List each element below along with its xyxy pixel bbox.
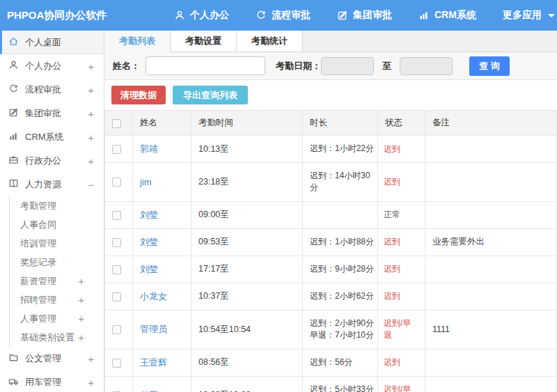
expand-icon: +: [88, 155, 94, 167]
row-checkbox[interactable]: [112, 145, 121, 154]
nav-group-approval[interactable]: 集团审批: [337, 9, 392, 22]
employee-name-link[interactable]: 刘莹: [140, 210, 158, 220]
submenu-item-attendance[interactable]: 考勤管理: [10, 196, 84, 215]
hr-submenu: 考勤管理 人事合同 培训管理 奖惩记录 薪资管理+ 招聘管理+ 人事管理+ 基础…: [9, 196, 104, 347]
top-navigation: 个人办公 流程审批 集团审批 CRM系统 更多应用: [174, 9, 557, 22]
process-icon: [256, 10, 267, 21]
row-checkbox[interactable]: [112, 359, 121, 368]
expand-icon: +: [88, 132, 94, 143]
submenu-item-base-category[interactable]: 基础类别设置+: [10, 328, 84, 347]
duration-text: 迟到：2小时62分: [303, 283, 378, 310]
table-header-row: 姓名 考勤时间 时长 状态 备注: [105, 111, 557, 136]
col-status: 状态: [378, 111, 425, 136]
status-text: 正常: [384, 210, 400, 219]
table-row: 王壹辉 08:56至 迟到：56分 迟到: [105, 349, 557, 376]
duration-text: 迟到：2小时90分 早退：7小时10分: [303, 310, 378, 349]
submenu-item-rewards[interactable]: 奖惩记录: [10, 253, 84, 272]
tab-attendance-stats[interactable]: 考勤统计: [237, 31, 303, 52]
submenu-item-training[interactable]: 培训管理: [10, 234, 84, 253]
sidebar-item-hr[interactable]: 人力资源 −: [0, 173, 104, 196]
tab-attendance-list[interactable]: 考勤列表: [104, 31, 171, 52]
nav-more-apps[interactable]: 更多应用: [503, 9, 555, 22]
status-text: 迟到: [384, 144, 400, 154]
row-checkbox[interactable]: [112, 178, 121, 187]
submenu-label: 人事合同: [20, 219, 84, 231]
sidebar-item-label: 用车管理: [25, 376, 88, 389]
row-checkbox[interactable]: [112, 238, 121, 247]
row-checkbox[interactable]: [112, 292, 121, 301]
attendance-time: 17:17至: [191, 256, 303, 283]
sidebar-item-desktop[interactable]: 个人桌面: [0, 31, 104, 54]
expand-icon: +: [78, 313, 84, 324]
date-from-input[interactable]: [321, 57, 374, 75]
table-row: 小龙女 10:37至 迟到：2小时62分 迟到: [105, 283, 557, 310]
tab-attendance-settings[interactable]: 考勤设置: [171, 31, 237, 52]
table-row: 管理员 10:54至10:54 迟到：2小时90分 早退：7小时10分 迟到/早…: [105, 310, 557, 349]
sidebar-item-crm[interactable]: CRM系统 +: [0, 125, 104, 149]
row-checkbox[interactable]: [112, 211, 121, 220]
edit-icon: [8, 107, 19, 120]
note-text: [425, 376, 557, 392]
attendance-time: 10:54至10:54: [191, 310, 303, 349]
employee-name-link[interactable]: 小龙女: [140, 291, 167, 301]
clean-data-button[interactable]: 清理数据: [111, 86, 166, 104]
note-text: [425, 283, 557, 310]
nav-label: CRM系统: [434, 9, 476, 22]
row-checkbox[interactable]: [112, 325, 121, 334]
employee-name-link[interactable]: 管理员: [140, 324, 167, 334]
submenu-item-personnel[interactable]: 人事管理+: [10, 309, 84, 328]
duration-text: 迟到：9小时28分: [303, 256, 378, 283]
export-list-button[interactable]: 导出查询列表: [173, 86, 248, 104]
sidebar-item-label: 公文管理: [25, 352, 88, 365]
status-text: 迟到/早退: [384, 384, 411, 392]
row-checkbox[interactable]: [112, 265, 121, 274]
employee-name-link[interactable]: 王壹辉: [140, 357, 167, 368]
nav-label: 更多应用: [503, 9, 542, 22]
top-header: PHPOA协同办公软件 个人办公 流程审批 集团审批 CRM系统 更多应用: [0, 0, 557, 31]
sidebar-item-group-approval[interactable]: 集团审批 +: [0, 102, 104, 125]
employee-name-link[interactable]: 刘莹: [140, 264, 158, 274]
nav-crm-system[interactable]: CRM系统: [418, 9, 476, 22]
sidebar: 个人桌面 个人办公 + 流程审批 + 集团审批 + CRM系统 + 行政办公 +: [0, 31, 104, 392]
nav-label: 个人办公: [190, 9, 229, 22]
status-text: 迟到: [384, 177, 400, 187]
select-all-cell: [105, 111, 133, 136]
attendance-time: 10:37至: [191, 283, 303, 310]
folder-icon: [8, 352, 19, 365]
submenu-item-recruit[interactable]: 招聘管理+: [10, 290, 84, 309]
employee-name-link[interactable]: jim: [140, 177, 152, 187]
search-button[interactable]: 查 询: [469, 56, 510, 76]
attendance-time: 13:20至13:20: [191, 376, 303, 392]
expand-icon: +: [88, 353, 94, 365]
submenu-item-contract[interactable]: 人事合同: [10, 215, 84, 234]
sidebar-item-label: CRM系统: [25, 131, 88, 143]
nav-process-approval[interactable]: 流程审批: [256, 9, 311, 22]
sidebar-item-process-approval[interactable]: 流程审批 +: [0, 78, 104, 102]
sidebar-item-documents[interactable]: 公文管理 +: [0, 347, 104, 370]
duration-text: 迟到：1小时22分: [303, 136, 378, 163]
col-time: 考勤时间: [191, 111, 303, 136]
expand-icon: +: [78, 331, 84, 343]
submenu-label: 招聘管理: [20, 294, 78, 306]
select-all-checkbox[interactable]: [112, 119, 121, 128]
duration-text: 迟到：14小时30分: [303, 163, 378, 202]
status-text: 迟到: [384, 264, 400, 274]
attendance-time: 09:53至: [191, 228, 303, 256]
sidebar-item-personal-office[interactable]: 个人办公 +: [0, 54, 104, 78]
sidebar-item-vehicles[interactable]: 用车管理 +: [0, 370, 104, 392]
table-row: 黄蓉 13:20至13:20 迟到：5小时33分 早退：4小时67分 迟到/早退: [105, 376, 557, 392]
submenu-item-salary[interactable]: 薪资管理+: [10, 272, 84, 290]
nav-personal-office[interactable]: 个人办公: [174, 9, 229, 22]
submenu-label: 基础类别设置: [20, 331, 78, 344]
table-row: jim 23:18至 迟到：14小时30分 迟到: [105, 163, 557, 202]
table-row: 刘莹 09:00至 正常: [105, 201, 557, 228]
note-text: [425, 136, 557, 163]
name-input[interactable]: [146, 56, 265, 75]
date-to-input[interactable]: [400, 57, 453, 75]
sidebar-item-admin-office[interactable]: 行政办公 +: [0, 149, 104, 173]
employee-name-link[interactable]: 刘莹: [140, 237, 158, 247]
note-text: [425, 256, 557, 283]
status-text: 迟到: [384, 291, 400, 301]
employee-name-link[interactable]: 郭靖: [140, 143, 158, 154]
sidebar-item-label: 集团审批: [25, 107, 88, 120]
